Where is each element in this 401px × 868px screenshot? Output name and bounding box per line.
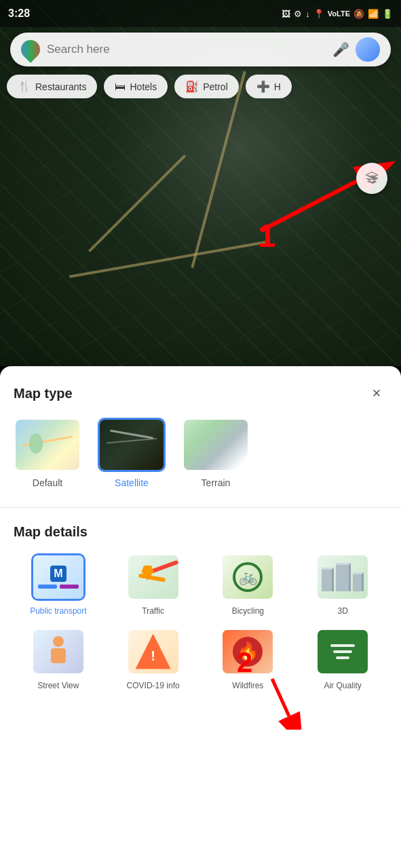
search-bar[interactable]: 🎤 xyxy=(10,33,391,66)
bike-circle-container: 🚲 xyxy=(231,560,265,594)
detail-air-quality[interactable]: Air Quality xyxy=(298,628,387,692)
divider xyxy=(0,507,401,508)
wave-1 xyxy=(330,644,355,647)
pill-label-restaurants: Restaurants xyxy=(35,81,86,92)
wildfire-circle: 🔥 xyxy=(233,637,263,667)
detail-thumb-traffic xyxy=(126,553,180,601)
3d-buildings xyxy=(322,563,364,591)
download-icon: ↓ xyxy=(305,9,310,19)
detail-thumb-covid: ! xyxy=(126,628,180,675)
google-logo xyxy=(17,36,44,63)
map-type-label-default: Default xyxy=(33,477,62,488)
pill-label-more: H xyxy=(274,81,281,92)
pill-label-hotels: Hotels xyxy=(130,81,157,92)
detail-label-street-view: Street View xyxy=(37,681,79,692)
close-icon: × xyxy=(373,384,381,402)
detail-label-traffic: Traffic xyxy=(142,606,164,617)
petrol-icon: ⛽ xyxy=(185,80,199,93)
hotel-icon: 🛏 xyxy=(115,81,126,93)
detail-thumb-3d xyxy=(316,553,370,601)
signal-icon: 📶 xyxy=(368,9,379,19)
filter-pill-more[interactable]: ➕ H xyxy=(246,75,292,98)
wave-3 xyxy=(336,656,349,659)
bike-outer-ring: 🚲 xyxy=(233,562,263,592)
building-2 xyxy=(336,563,351,591)
map-area[interactable]: 3:28 🖼 ⚙ ↓ 📍 VoLTE 🔕 📶 🔋 🎤 🍴 Restaurants… xyxy=(0,0,401,366)
wave-2 xyxy=(333,650,352,653)
mic-icon[interactable]: 🎤 xyxy=(331,40,350,59)
street-view-person xyxy=(49,636,68,667)
detail-thumb-wildfires: 🔥 xyxy=(221,628,275,675)
detail-label-3d: 3D xyxy=(337,606,347,617)
detail-wildfires[interactable]: 🔥 Wildfires xyxy=(204,628,293,692)
detail-street-view[interactable]: Street View xyxy=(14,628,103,692)
map-type-satellite[interactable]: Satellite xyxy=(98,418,166,488)
building-1 xyxy=(322,568,334,591)
map-type-thumb-default xyxy=(14,418,81,472)
map-type-terrain[interactable]: Terrain xyxy=(182,418,250,488)
layers-button[interactable] xyxy=(356,163,387,194)
mute-icon: 🔕 xyxy=(354,9,364,19)
status-time: 3:28 xyxy=(8,7,30,20)
location-icon: 📍 xyxy=(313,9,324,19)
detail-label-bicycling: Bicycling xyxy=(232,606,264,617)
exclamation-icon: ! xyxy=(151,648,155,664)
bottom-sheet: Map type × Default Satellite Terrain Ma xyxy=(0,366,401,868)
photo-icon: 🖼 xyxy=(282,9,290,19)
filter-pills: 🍴 Restaurants 🛏 Hotels ⛽ Petrol ➕ H xyxy=(7,75,401,98)
air-quality-waves xyxy=(330,644,355,659)
filter-pill-hotels[interactable]: 🛏 Hotels xyxy=(104,75,168,98)
status-bar: 3:28 🖼 ⚙ ↓ 📍 VoLTE 🔕 📶 🔋 xyxy=(0,0,401,27)
bus-line-1 xyxy=(38,585,57,589)
layers-icon xyxy=(364,170,380,186)
warning-triangle: ! xyxy=(136,634,171,669)
status-icons: 🖼 ⚙ ↓ 📍 VoLTE 🔕 📶 🔋 xyxy=(282,9,393,19)
plus-icon: ➕ xyxy=(256,80,270,93)
detail-3d[interactable]: 3D xyxy=(298,553,387,617)
detail-traffic[interactable]: Traffic xyxy=(109,553,198,617)
bus-line-2 xyxy=(60,585,79,589)
sv-head xyxy=(53,636,64,647)
restaurant-icon: 🍴 xyxy=(18,80,31,93)
detail-thumb-public-transport: M xyxy=(31,553,85,601)
map-type-label-satellite: Satellite xyxy=(115,477,149,488)
fire-icon: 🔥 xyxy=(237,641,259,662)
map-type-title: Map type xyxy=(14,386,73,401)
close-button[interactable]: × xyxy=(366,382,387,404)
detail-label-covid: COVID-19 info xyxy=(127,681,180,692)
map-type-thumb-terrain xyxy=(182,418,250,472)
map-type-label-terrain: Terrain xyxy=(202,477,231,488)
detail-label-air-quality: Air Quality xyxy=(324,681,361,692)
detail-label-wildfires: Wildfires xyxy=(232,681,263,692)
search-input[interactable] xyxy=(47,43,331,56)
covid-triangle-container: ! xyxy=(134,633,172,671)
avatar[interactable] xyxy=(356,37,380,62)
battery-icon: 🔋 xyxy=(382,9,393,19)
detail-thumb-bicycling: 🚲 xyxy=(221,553,275,601)
detail-label-public-transport: Public transport xyxy=(30,606,86,617)
settings-icon: ⚙ xyxy=(294,9,302,19)
metro-m-icon: M xyxy=(50,566,66,582)
map-type-thumb-satellite xyxy=(98,418,166,472)
map-type-default[interactable]: Default xyxy=(14,418,81,488)
volte-icon: VoLTE xyxy=(328,9,350,18)
traffic-line-orange xyxy=(138,574,165,583)
filter-pill-petrol[interactable]: ⛽ Petrol xyxy=(174,75,239,98)
annotation-number-1: 1 xyxy=(258,217,276,254)
map-type-header: Map type × xyxy=(14,382,387,404)
detail-thumb-air-quality xyxy=(316,628,370,675)
filter-pill-restaurants[interactable]: 🍴 Restaurants xyxy=(7,75,97,98)
pill-label-petrol: Petrol xyxy=(203,81,228,92)
map-details-grid: M Public transport Traff xyxy=(14,553,387,691)
building-3 xyxy=(353,572,364,591)
detail-covid[interactable]: ! COVID-19 info xyxy=(109,628,198,692)
bike-icon: 🚲 xyxy=(239,568,257,586)
sv-body xyxy=(51,648,66,663)
map-types-row: Default Satellite Terrain xyxy=(14,418,387,488)
map-details-header: Map details xyxy=(14,524,387,540)
detail-thumb-street-view xyxy=(31,628,85,675)
detail-bicycling[interactable]: 🚲 Bicycling xyxy=(204,553,293,617)
detail-public-transport[interactable]: M Public transport xyxy=(14,553,103,617)
map-details-title: Map details xyxy=(14,524,88,539)
